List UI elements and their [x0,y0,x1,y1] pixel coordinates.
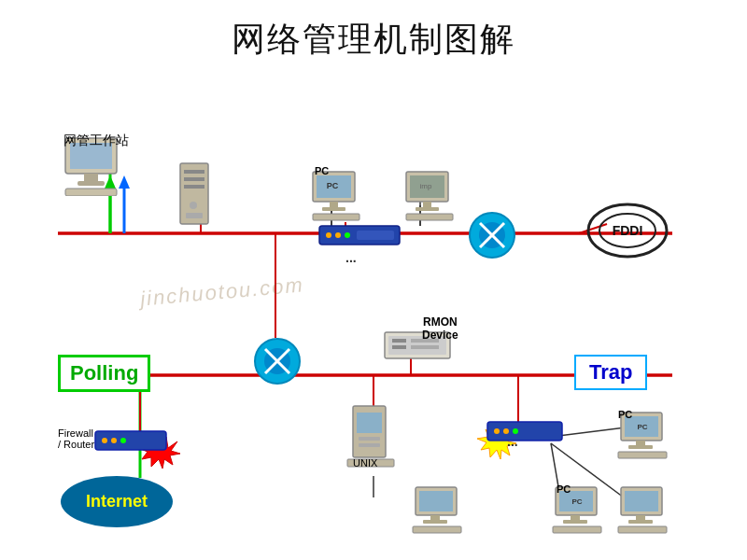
svg-rect-91 [618,452,667,458]
server-tower [173,159,215,237]
router-icon-mid [252,336,303,387]
router-icon-top [467,210,518,261]
svg-point-76 [111,438,117,443]
svg-point-77 [120,438,126,443]
server-icon [173,159,215,233]
svg-rect-106 [430,515,440,520]
svg-rect-32 [78,181,105,186]
rmon-label: RMON Device [422,315,458,342]
svg-point-38 [190,202,197,209]
svg-rect-107 [423,520,447,524]
pc-br1-label: PC [618,409,632,420]
pc-bottom-middle [411,485,472,543]
watermark: jinchuotou.com [139,273,305,311]
svg-rect-101 [636,515,645,520]
nms-label: 网管工作站 [63,133,129,149]
fddi-ring: FDDI [584,201,672,265]
svg-text:PC: PC [637,423,647,431]
svg-rect-39 [186,213,203,218]
svg-point-75 [102,438,107,443]
router-top [467,210,518,265]
svg-rect-35 [184,170,204,174]
pc-icon-top-right: imp [402,168,467,224]
svg-rect-36 [184,177,204,181]
svg-rect-42 [330,202,338,207]
svg-rect-49 [416,207,439,211]
svg-rect-31 [84,174,98,181]
svg-rect-97 [553,526,601,533]
svg-point-55 [345,232,350,238]
svg-rect-70 [392,339,406,343]
svg-point-84 [494,428,500,434]
svg-point-54 [335,232,341,238]
svg-rect-95 [571,515,580,520]
switch-icon-bottom [486,420,565,443]
svg-rect-79 [357,413,382,433]
switch-top [317,222,402,252]
pc-icon-top-left: PC [308,168,374,224]
pc-icon-bm [411,485,472,539]
svg-text:imp: imp [420,182,432,190]
svg-point-53 [326,232,331,238]
firewall-device [93,429,168,456]
diagram-area: jinchuotou.com [0,75,747,560]
dots-top: ... [345,250,357,265]
unix-label: UNIX [353,457,377,469]
svg-rect-44 [313,214,359,220]
svg-rect-105 [419,491,453,511]
internet-bubble: Internet [61,476,173,527]
svg-rect-108 [413,526,461,533]
svg-rect-89 [636,441,645,445]
svg-rect-100 [625,491,658,511]
pc-br2-label: PC [557,483,571,495]
svg-rect-56 [357,231,394,240]
page-title: 网络管理机制图解 [0,0,747,63]
svg-text:PC: PC [327,181,339,190]
dots-bottom: ... [507,434,518,449]
firewall-label: Firewall / Router [58,427,94,450]
switch-icon-top [317,222,402,248]
router-mid [252,336,303,391]
pc-top-right: imp [402,168,467,228]
pc-top-left-label: PC [315,165,329,176]
svg-rect-81 [359,443,380,447]
polling-label: Polling [58,355,150,392]
svg-rect-73 [411,345,439,349]
svg-rect-103 [618,526,667,533]
svg-rect-43 [322,207,345,211]
fddi-icon: FDDI [584,201,672,261]
pc-top-left: PC [308,168,374,228]
pc-icon-br3 [616,485,677,539]
svg-text:PC: PC [571,497,582,506]
svg-rect-71 [392,345,406,349]
svg-rect-50 [406,214,453,220]
firewall-icon [93,429,168,453]
switch-bottom [486,420,565,447]
svg-rect-102 [628,520,653,524]
svg-rect-48 [423,202,431,207]
svg-rect-90 [628,445,653,449]
svg-rect-37 [184,185,204,189]
pc-bottom-right-3 [616,485,677,543]
svg-rect-33 [65,189,117,196]
internet-label: Internet [86,492,148,511]
svg-rect-80 [359,437,380,441]
svg-rect-96 [563,520,587,524]
trap-label: Trap [574,355,647,390]
svg-text:FDDI: FDDI [613,223,643,238]
